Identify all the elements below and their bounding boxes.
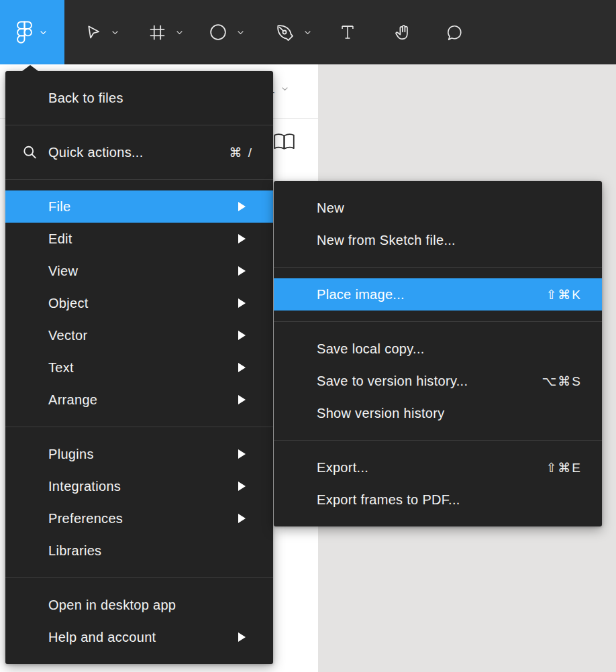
main-menu-item-text[interactable]: Text (5, 351, 273, 384)
submenu-arrow-icon (238, 395, 246, 404)
comment-button[interactable] (433, 0, 474, 64)
main-menu-item-edit[interactable]: Edit (5, 223, 273, 255)
main-menu-item-file[interactable]: File (5, 190, 273, 223)
frame-icon (148, 23, 166, 42)
menu-item-label: Help and account (48, 630, 156, 645)
main-menu-group: Back to files (5, 71, 273, 125)
submenu-arrow-icon (238, 202, 246, 211)
shortcut-hint: ⌥⌘S (542, 374, 582, 389)
ellipse-icon (209, 23, 227, 42)
menu-item-label: Export... (317, 460, 368, 475)
main-menu-item-libraries[interactable]: Libraries (5, 535, 273, 567)
move-button[interactable] (75, 0, 129, 64)
file-submenu-item-export-frames-to-pdf[interactable]: Export frames to PDF... (274, 484, 602, 516)
shape-button[interactable] (201, 0, 252, 64)
toolbar (0, 0, 616, 64)
main-menu-group: PluginsIntegrationsPreferencesLibraries (5, 427, 273, 577)
chevron-down-icon (110, 27, 120, 38)
chevron-down-icon (174, 27, 185, 38)
file-submenu: NewNew from Sketch file...Place image...… (274, 181, 602, 526)
text-icon (339, 23, 356, 41)
menu-item-label: View (48, 264, 78, 279)
chevron-down-icon (280, 84, 290, 94)
menu-item-label: File (48, 199, 70, 215)
submenu-arrow-icon (238, 482, 246, 491)
menu-item-label: Export frames to PDF... (317, 492, 460, 508)
search-icon (21, 144, 38, 161)
figma-logo-icon (17, 21, 32, 44)
comment-icon (445, 23, 463, 42)
submenu-arrow-icon (238, 363, 246, 372)
file-submenu-item-new[interactable]: New (274, 192, 602, 224)
menu-item-label: Plugins (48, 447, 94, 462)
menu-item-label: New (317, 201, 344, 216)
main-menu-item-open-in-desktop-app[interactable]: Open in desktop app (5, 589, 273, 621)
hand-icon (393, 23, 413, 42)
menu-item-label: New from Sketch file... (317, 233, 456, 248)
main-menu-item-back-to-files[interactable]: Back to files (5, 82, 273, 114)
file-submenu-item-new-from-sketch-file[interactable]: New from Sketch file... (274, 224, 602, 256)
menu-item-label: Quick actions... (48, 145, 144, 160)
pen-button[interactable] (266, 0, 322, 64)
chevron-down-icon (236, 27, 246, 38)
main-menu-item-arrange[interactable]: Arrange (5, 384, 273, 416)
cursor-icon (85, 23, 102, 41)
main-menu-item-vector[interactable]: Vector (5, 319, 273, 351)
figma-menu-button[interactable] (0, 0, 64, 64)
text-button[interactable] (330, 0, 365, 64)
figma-app-window: 1 Back to filesQuick actions...⌘ /FileEd… (0, 0, 616, 672)
menu-item-label: Place image... (317, 287, 405, 302)
menu-item-label: Save local copy... (317, 341, 425, 357)
file-submenu-group: Place image...⇧⌘K (274, 268, 602, 321)
main-menu-item-help-and-account[interactable]: Help and account (5, 621, 273, 653)
file-submenu-item-show-version-history[interactable]: Show version history (274, 397, 602, 429)
main-menu: Back to filesQuick actions...⌘ /FileEdit… (5, 71, 273, 664)
menu-item-label: Edit (48, 231, 72, 247)
menu-item-label: Arrange (48, 392, 97, 408)
menu-item-label: Preferences (48, 511, 123, 526)
menu-item-label: Text (48, 360, 74, 376)
main-menu-group: Open in desktop appHelp and account (5, 578, 273, 664)
submenu-arrow-icon (238, 234, 246, 243)
menu-item-label: Libraries (48, 543, 101, 559)
submenu-arrow-icon (238, 298, 246, 308)
file-submenu-item-place-image[interactable]: Place image...⇧⌘K (274, 278, 602, 311)
file-submenu-group: Export...⇧⌘EExport frames to PDF... (274, 441, 602, 526)
menu-item-label: Integrations (48, 479, 121, 494)
file-submenu-group: NewNew from Sketch file... (274, 181, 602, 267)
main-menu-item-integrations[interactable]: Integrations (5, 470, 273, 502)
book-icon[interactable] (272, 132, 296, 152)
menu-item-label: Back to files (48, 91, 123, 106)
shortcut-hint: ⇧⌘E (546, 460, 582, 475)
menu-item-label: Object (48, 296, 89, 311)
hand-button[interactable] (382, 0, 423, 64)
main-menu-item-object[interactable]: Object (5, 287, 273, 319)
pen-icon (275, 23, 295, 42)
shortcut-hint: ⌘ / (229, 145, 253, 160)
menu-item-label: Vector (48, 328, 88, 343)
chevron-down-icon (303, 27, 313, 38)
shortcut-hint: ⇧⌘K (546, 287, 582, 302)
submenu-arrow-icon (238, 331, 246, 340)
main-menu-item-quick-actions[interactable]: Quick actions...⌘ / (5, 136, 273, 168)
menu-item-label: Open in desktop app (48, 598, 176, 613)
submenu-arrow-icon (238, 449, 246, 459)
file-submenu-item-save-to-version-history[interactable]: Save to version history...⌥⌘S (274, 365, 602, 397)
submenu-arrow-icon (238, 266, 246, 276)
main-menu-item-view[interactable]: View (5, 255, 273, 287)
submenu-arrow-icon (238, 514, 246, 523)
main-menu-group: Quick actions...⌘ / (5, 125, 273, 179)
submenu-arrow-icon (238, 632, 246, 642)
main-menu-group: FileEditViewObjectVectorTextArrange (5, 180, 273, 427)
file-submenu-group: Save local copy...Save to version histor… (274, 322, 602, 440)
main-menu-item-preferences[interactable]: Preferences (5, 502, 273, 535)
menu-item-label: Show version history (317, 406, 445, 421)
main-menu-item-plugins[interactable]: Plugins (5, 438, 273, 470)
chevron-down-icon (38, 27, 48, 38)
file-submenu-item-export[interactable]: Export...⇧⌘E (274, 451, 602, 484)
menu-item-label: Save to version history... (317, 374, 468, 389)
frame-button[interactable] (140, 0, 193, 64)
file-submenu-item-save-local-copy[interactable]: Save local copy... (274, 333, 602, 365)
